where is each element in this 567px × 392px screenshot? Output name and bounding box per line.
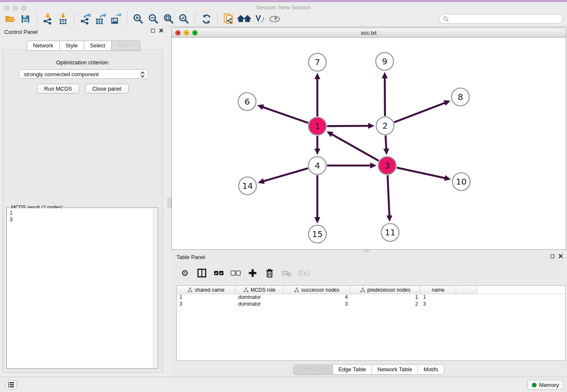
- zoom-in-icon[interactable]: [131, 12, 146, 26]
- table-toolbar: ⚙ f(x): [179, 265, 309, 281]
- import-table-icon[interactable]: [55, 12, 71, 26]
- column-header-shared-name[interactable]: shared name: [177, 286, 236, 294]
- toolbar-separator: [217, 13, 218, 25]
- table-tabs: Node TableEdge TableNetwork TableMotifs: [171, 364, 566, 375]
- function-builder-icon: f(x): [297, 267, 309, 279]
- table-row[interactable]: 1dominator411: [177, 294, 565, 301]
- table-row[interactable]: 3dominator323: [177, 301, 565, 308]
- edge-arrowhead: [382, 72, 388, 78]
- criterion-value: strongly connected component: [24, 71, 99, 77]
- tab-edge-table[interactable]: Edge Table: [333, 364, 372, 375]
- node-table[interactable]: shared nameMCDS rolesuccessor nodesprede…: [176, 285, 566, 361]
- column-header-successor-nodes[interactable]: successor nodes: [284, 286, 350, 294]
- chevron-up-down-icon: [140, 71, 145, 78]
- tab-select[interactable]: Select: [84, 41, 112, 51]
- import-network-icon[interactable]: [40, 12, 55, 26]
- tab-style[interactable]: Style: [60, 41, 84, 51]
- node-label-3: 3: [385, 160, 390, 171]
- graph-edge-2-9[interactable]: [385, 77, 385, 116]
- graph-edge-2-8[interactable]: [394, 103, 445, 122]
- edge-arrowhead: [368, 123, 374, 129]
- select-all-icon[interactable]: [213, 267, 225, 279]
- clone-network-icon[interactable]: [221, 12, 237, 26]
- graph-edge-3-11[interactable]: [388, 175, 389, 216]
- network-window-titlebar[interactable]: scc.txt: [172, 28, 566, 38]
- task-history-button[interactable]: [6, 380, 17, 389]
- cell-shared-name[interactable]: 1: [177, 294, 236, 301]
- tab-motifs[interactable]: Motifs: [418, 364, 444, 375]
- cell-shared-name[interactable]: 3: [177, 301, 236, 308]
- save-session-icon[interactable]: [18, 12, 33, 26]
- search-input[interactable]: [449, 15, 562, 23]
- close-panel-icon[interactable]: [159, 28, 163, 33]
- zoom-fit-icon[interactable]: [161, 12, 176, 26]
- open-session-icon[interactable]: [3, 12, 18, 26]
- export-network-icon[interactable]: [78, 12, 93, 26]
- graph-edge-3-1[interactable]: [331, 134, 379, 161]
- column-header-predecessor-nodes[interactable]: predecessor nodes: [350, 286, 421, 294]
- close-table-panel-icon[interactable]: [559, 254, 563, 258]
- cell-predecessor-nodes[interactable]: 2: [350, 301, 421, 308]
- home-layout-icon[interactable]: [237, 12, 252, 26]
- node-label-1: 1: [315, 121, 320, 131]
- network-canvas[interactable]: 7968124314101511: [172, 38, 566, 249]
- graph-edge-1-6[interactable]: [262, 107, 308, 123]
- tab-network[interactable]: Network: [27, 41, 60, 51]
- delete-column-icon[interactable]: [264, 267, 275, 279]
- cell-successor-nodes[interactable]: 4: [284, 294, 350, 301]
- refresh-view-icon[interactable]: [199, 12, 214, 26]
- cell-mcds-role[interactable]: dominator: [236, 301, 284, 308]
- graph-edge-1-2[interactable]: [327, 126, 369, 126]
- node-label-14: 14: [242, 181, 253, 191]
- cell-mcds-role[interactable]: dominator: [236, 294, 284, 301]
- table-settings-gear-icon[interactable]: ⚙: [179, 267, 191, 279]
- zoom-out-icon[interactable]: [146, 12, 161, 26]
- mcds-result-text[interactable]: 13: [7, 208, 157, 368]
- export-table-icon[interactable]: [93, 12, 108, 26]
- criterion-select[interactable]: strongly connected component: [19, 69, 148, 79]
- control-panel-tabs: NetworkStyleSelectMCDS: [0, 41, 167, 51]
- tab-mcds[interactable]: MCDS: [112, 41, 140, 51]
- column-header-mcds-role[interactable]: MCDS role: [236, 286, 284, 294]
- export-image-icon[interactable]: [108, 12, 124, 26]
- graph-edge-3-10[interactable]: [396, 168, 445, 178]
- apply-style-icon[interactable]: [252, 12, 267, 26]
- orgchart-icon: [243, 287, 248, 293]
- float-panel-icon[interactable]: [151, 29, 155, 33]
- column-header-name[interactable]: name: [421, 286, 456, 294]
- titlebar: Session: New Session: [0, 2, 567, 11]
- cell-name[interactable]: 3: [421, 301, 456, 308]
- memory-button[interactable]: Memory: [527, 380, 564, 390]
- add-column-icon[interactable]: [247, 267, 259, 279]
- deselect-all-icon[interactable]: [230, 267, 242, 279]
- cell-successor-nodes[interactable]: 3: [284, 301, 350, 308]
- run-mcds-button[interactable]: Run MCDS: [37, 84, 79, 94]
- close-panel-button[interactable]: Close panel: [85, 84, 129, 94]
- graph-edge-4-14[interactable]: [263, 168, 308, 181]
- vertical-splitter-handle[interactable]: [168, 198, 171, 207]
- edge-arrowhead: [257, 105, 264, 110]
- column-label: name: [432, 287, 444, 293]
- status-bar: Memory: [0, 377, 567, 392]
- edge-arrowhead: [314, 149, 320, 155]
- search-field[interactable]: [439, 14, 563, 24]
- main-toolbar: [0, 11, 567, 27]
- edge-arrowhead: [314, 217, 320, 224]
- result-scrollbar[interactable]: [153, 208, 157, 368]
- tab-node-table[interactable]: Node Table: [293, 364, 333, 375]
- show-columns-icon[interactable]: [196, 267, 208, 279]
- graph-edge-2-3[interactable]: [385, 135, 386, 149]
- application-window: Session: New Session: [0, 0, 567, 392]
- tab-network-table[interactable]: Network Table: [372, 364, 418, 375]
- hide-selected-icon[interactable]: [267, 12, 282, 26]
- cell-name[interactable]: 1: [421, 294, 456, 301]
- edge-arrowhead: [386, 215, 392, 222]
- zoom-selected-icon[interactable]: [176, 12, 192, 26]
- column-label: predecessor nodes: [367, 287, 410, 293]
- table-header-row: shared nameMCDS rolesuccessor nodesprede…: [177, 286, 565, 294]
- toolbar-separator: [74, 13, 74, 25]
- float-table-panel-icon[interactable]: [550, 254, 554, 258]
- orgchart-icon: [187, 287, 193, 293]
- edge-arrowhead: [314, 73, 320, 79]
- cell-predecessor-nodes[interactable]: 1: [350, 294, 421, 301]
